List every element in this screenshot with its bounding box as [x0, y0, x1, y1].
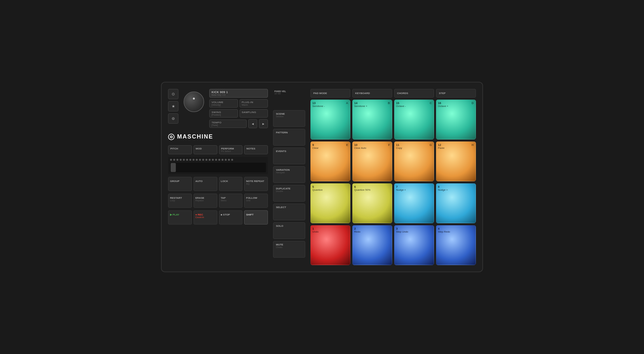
note-repeat-btn[interactable]: NOTE REPEAT Arp — [244, 177, 268, 191]
logo-text: MASCHINE — [177, 133, 213, 140]
pitch-btn[interactable]: PITCH — [168, 145, 192, 154]
swing-label: SWING — [212, 111, 236, 114]
search-icon-btn[interactable]: ⊜ — [168, 113, 178, 124]
pad-11[interactable]: 11 Copy G — [394, 141, 434, 181]
duplicate-btn[interactable]: DUPLICATE Double — [273, 185, 305, 202]
dot-20 — [231, 159, 233, 161]
lock-btn[interactable]: LOCK — [219, 177, 243, 191]
dot-15 — [215, 159, 217, 161]
fixed-vel-value: 16 Vel — [274, 92, 304, 95]
dot-6 — [186, 159, 188, 161]
pad-4[interactable]: 4 Step Redo — [436, 225, 476, 265]
slider-thumb[interactable] — [171, 163, 176, 172]
perform-btn[interactable]: PERFORM FX Select — [219, 145, 243, 154]
restart-btn[interactable]: RESTART Loop — [168, 194, 192, 208]
arrow-right-btn[interactable]: ► — [259, 119, 268, 128]
pad-grid-row2: 9 Clear E 10 Clear Auto F 11 Copy G 12 P… — [310, 141, 476, 181]
scene-btn[interactable]: SCENE Section — [273, 110, 305, 127]
select-btn[interactable]: SELECT — [273, 204, 305, 220]
pad-12[interactable]: 12 Paste H — [436, 141, 476, 181]
chords-btn[interactable]: CHORDS — [394, 89, 434, 98]
pad-15[interactable]: 15 Octave - C — [394, 100, 434, 139]
dot-3 — [176, 159, 178, 161]
track-name: Kick 909 1 — [212, 91, 266, 94]
pad-grid-row1: 13 Semitone - A 14 Semitone + B 15 Octav… — [310, 100, 476, 139]
arrow-left-btn[interactable]: ◄ — [248, 119, 257, 128]
tap-btn[interactable]: TAP Metro — [219, 194, 243, 208]
pad-9[interactable]: 9 Clear E — [310, 141, 350, 181]
pad-14[interactable]: 14 Semitone + B — [352, 100, 392, 139]
volume-plugin-row: VOLUME [Velocity] PLUG-IN Macro — [209, 99, 268, 108]
dot-4 — [180, 159, 182, 161]
pad-13[interactable]: 13 Semitone - A — [310, 100, 350, 139]
shift-btn[interactable]: SHIFT — [244, 210, 268, 225]
logo-inner-icon — [170, 136, 173, 138]
pad-3[interactable]: 3 Step Undo — [394, 225, 434, 265]
dot-12 — [205, 159, 207, 161]
pad-grid-row4: 1 Undo 2 Redo 3 Step Undo 4 Step Redo — [310, 225, 476, 265]
logo-circle-icon — [168, 134, 175, 140]
sampling-btn[interactable]: SAMPLING — [240, 109, 268, 118]
play-btn[interactable]: ▶ PLAY — [168, 210, 192, 225]
dot-11 — [202, 159, 204, 161]
pad-16[interactable]: 16 Octave + D — [436, 100, 476, 139]
swing-sampling-row: SWING [Position] SAMPLING — [209, 109, 268, 118]
pad-mode-btn[interactable]: PAD MODE — [310, 89, 350, 98]
dot-1 — [170, 159, 172, 161]
pad-8[interactable]: 8 Nudge > — [436, 183, 476, 223]
main-knob[interactable] — [184, 91, 204, 112]
pattern-btn[interactable]: PATTERN — [273, 129, 305, 146]
main-knob-area — [181, 89, 207, 115]
group-btn[interactable]: GROUP — [168, 177, 192, 191]
dot-8 — [193, 159, 194, 161]
pad-grid-row3: 5 Quantize 6 Quantize 50% 7 Nudge < 8 Nu… — [310, 183, 476, 223]
step-btn[interactable]: STEP — [436, 89, 476, 98]
tempo-sublabel: [Tune] — [212, 124, 244, 126]
auto-btn[interactable]: AUTO — [194, 177, 217, 191]
pad-5[interactable]: 5 Quantize — [310, 183, 350, 223]
follow-btn[interactable]: FOLLOW Grid — [244, 194, 268, 208]
plugin-btn[interactable]: PLUG-IN Macro — [240, 99, 268, 108]
sampling-label: SAMPLING — [242, 111, 266, 114]
pad-2[interactable]: 2 Redo — [352, 225, 392, 265]
dot-7 — [189, 159, 191, 161]
left-panel: ⊙ ★ ⊜ Kick 909 1 Base Key: C3 V — [168, 89, 268, 265]
maschine-logo: MASCHINE — [168, 131, 268, 143]
slider-area — [168, 157, 268, 174]
tempo-label: TEMPO — [212, 121, 244, 124]
tempo-btn[interactable]: TEMPO [Tune] — [209, 120, 247, 128]
top-mode-bar: PAD MODE KEYBOARD CHORDS STEP — [310, 89, 476, 98]
swing-sublabel: [Position] — [212, 114, 236, 116]
notes-btn[interactable]: NOTES — [244, 145, 268, 154]
slider-track[interactable] — [170, 163, 266, 172]
swing-btn[interactable]: SWING [Position] — [209, 109, 238, 118]
top-controls: ⊙ ★ ⊜ Kick 909 1 Base Key: C3 V — [168, 89, 268, 128]
pad-7[interactable]: 7 Nudge < — [394, 183, 434, 223]
fixed-vel-area: FIXED VEL 16 Vel — [273, 89, 305, 108]
track-info-btn[interactable]: Kick 909 1 Base Key: C3 — [209, 89, 268, 98]
mod-btn[interactable]: MOD — [194, 145, 217, 154]
plugin-label: PLUG-IN — [242, 101, 266, 104]
pad-6[interactable]: 6 Quantize 50% — [352, 183, 392, 223]
stop-btn[interactable]: ■ STOP — [219, 210, 243, 225]
star-icon-btn[interactable]: ★ — [168, 101, 178, 111]
variation-btn[interactable]: VARIATION Navigate — [273, 166, 305, 183]
tempo-row: TEMPO [Tune] ◄ ► — [209, 119, 268, 128]
rec-btn[interactable]: ● REC Count-In — [194, 210, 217, 225]
track-row: Kick 909 1 Base Key: C3 — [209, 89, 268, 98]
target-icon-btn[interactable]: ⊙ — [168, 89, 178, 99]
keyboard-btn[interactable]: KEYBOARD — [352, 89, 392, 98]
maschine-device: ⊙ ★ ⊜ Kick 909 1 Base Key: C3 V — [161, 82, 483, 272]
volume-btn[interactable]: VOLUME [Velocity] — [209, 99, 238, 108]
erase-btn[interactable]: ERASE Replace — [194, 194, 217, 208]
middle-panel: FIXED VEL 16 Vel SCENE Section PATTERN E… — [273, 89, 305, 265]
right-panel: PAD MODE KEYBOARD CHORDS STEP 13 Semiton… — [310, 89, 476, 265]
dot-17 — [222, 159, 223, 161]
pad-1[interactable]: 1 Undo — [310, 225, 350, 265]
mute-btn[interactable]: MUTE Choke — [273, 241, 305, 258]
volume-label: VOLUME — [212, 101, 236, 104]
plugin-sublabel: Macro — [242, 104, 266, 106]
pad-10[interactable]: 10 Clear Auto F — [352, 141, 392, 181]
events-btn[interactable]: EVENTS — [273, 148, 305, 164]
solo-btn[interactable]: SOLO — [273, 222, 305, 239]
